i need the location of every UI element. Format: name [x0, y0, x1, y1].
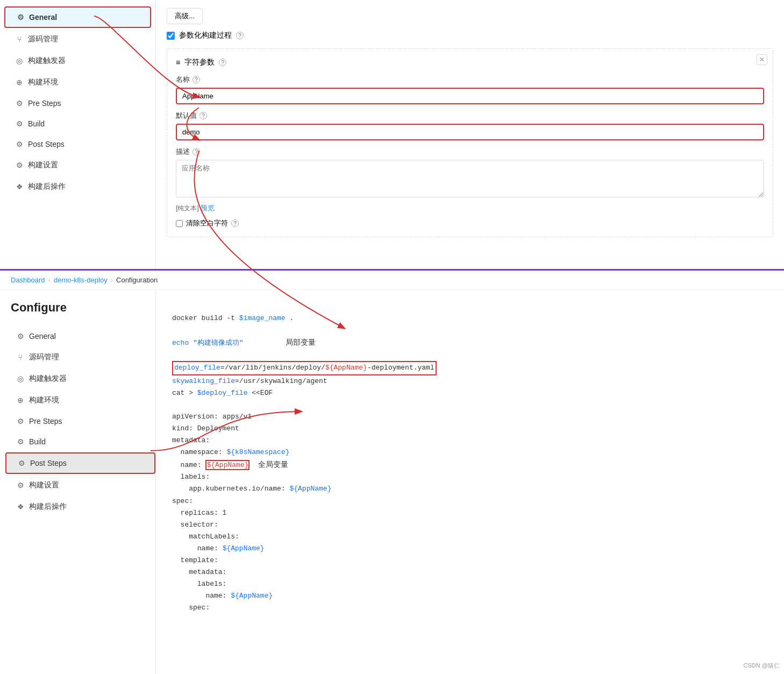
sidebar-item-build-top[interactable]: ⚙ Build [4, 114, 151, 133]
sidebar-item-poststeps-top[interactable]: ⚙ Post Steps [4, 134, 151, 154]
sidebar-item-source-top[interactable]: ⑂ 源码管理 [4, 29, 151, 49]
breadcrumb-dashboard[interactable]: Dashboard [11, 276, 45, 284]
sidebar-item-label: Pre Steps [29, 417, 62, 425]
top-sidebar: ⚙ General ⑂ 源码管理 ◎ 构建触发器 ⊕ 构建环境 ⚙ Pre St… [0, 0, 156, 269]
param-help-icon[interactable]: ? [236, 32, 244, 39]
gear-icon-pre: ⚙ [16, 417, 25, 425]
param-card-close[interactable]: × [757, 54, 767, 65]
gear-icon: ⚙ [16, 13, 25, 22]
default-input[interactable] [176, 124, 764, 140]
sidebar-item-label: 构建设置 [28, 160, 58, 170]
global-var-annotation: 全局变量 [258, 460, 288, 469]
bottom-content: docker build -t $image_name . echo "构建镜像… [156, 290, 784, 674]
clear-help-icon[interactable]: ? [231, 219, 239, 227]
preview-row: [纯文本] 预览 [176, 203, 764, 213]
param-build-checkbox[interactable] [167, 32, 175, 40]
breadcrumb-bar: Dashboard › demo-k8s-deploy › Configurat… [0, 271, 784, 290]
env-icon: ⊕ [15, 78, 24, 87]
sidebar-item-label: 构建设置 [29, 480, 59, 490]
gear-icon-settings: ⚙ [15, 161, 24, 169]
sidebar-item-label: General [29, 13, 57, 22]
deploy-file-line: deploy_file=/var/lib/jenkins/deploy/${Ap… [172, 361, 437, 375]
gear-icon-post: ⚙ [15, 140, 24, 148]
sidebar-item-env-top[interactable]: ⊕ 构建环境 [4, 72, 151, 93]
bottom-panel: Dashboard › demo-k8s-deploy › Configurat… [0, 269, 784, 674]
sidebar-item-label: Build [29, 437, 46, 446]
trigger-icon: ◎ [15, 56, 24, 65]
default-help-icon[interactable]: ? [199, 112, 207, 119]
bottom-nav-settings[interactable]: ⚙ 构建设置 [5, 475, 155, 495]
diamond-icon: ❖ [16, 502, 25, 511]
gear-icon: ⚙ [16, 332, 25, 340]
name-help-icon[interactable]: ? [193, 76, 200, 83]
top-panel: ⚙ General ⑂ 源码管理 ◎ 构建触发器 ⊕ 构建环境 ⚙ Pre St… [0, 0, 784, 269]
bottom-nav-poststeps[interactable]: ⚙ Post Steps [5, 452, 155, 474]
csdn-badge: CSDN @猿仁 [744, 662, 780, 670]
gear-icon-build: ⚙ [16, 437, 25, 446]
clear-whitespace-row: 清除空白字符 ? [176, 218, 764, 228]
sidebar-item-label: 源码管理 [28, 34, 58, 44]
sidebar-item-postbuild-top[interactable]: ❖ 构建后操作 [4, 176, 151, 197]
gear-icon-settings: ⚙ [16, 481, 25, 489]
desc-help-icon[interactable]: ? [193, 148, 200, 155]
sidebar-item-general-top[interactable]: ⚙ General [4, 6, 151, 28]
desc-field-label: 描述 ? [176, 147, 764, 157]
preview-link[interactable]: 预览 [201, 204, 215, 212]
sidebar-item-label: 源码管理 [29, 352, 59, 362]
clear-whitespace-checkbox[interactable] [176, 220, 183, 227]
advanced-button[interactable]: 高级... [167, 8, 203, 24]
desc-textarea[interactable] [176, 160, 764, 197]
gear-icon-pre: ⚙ [15, 99, 24, 108]
top-content: 高级... 参数化构建过程 ? × ≡ 字符参数 ? 名称 ? [156, 0, 784, 269]
source-icon: ⑂ [15, 35, 24, 44]
sidebar-item-label: 构建后操作 [29, 502, 67, 512]
sidebar-item-label: Post Steps [28, 140, 65, 148]
local-var-annotation: 局部变量 [286, 338, 316, 346]
sidebar-item-label: 构建后操作 [28, 182, 66, 191]
menu-icon: ≡ [176, 58, 180, 67]
sidebar-item-label: 构建环境 [28, 77, 58, 87]
param-type-label: 字符参数 [184, 58, 215, 67]
diamond-icon: ❖ [15, 182, 24, 191]
configure-title: Configure [5, 295, 155, 325]
screen-wrapper: ⚙ General ⑂ 源码管理 ◎ 构建触发器 ⊕ 构建环境 ⚙ Pre St… [0, 0, 784, 674]
breadcrumb-current: Configuration [116, 276, 158, 284]
bottom-nav-presteps[interactable]: ⚙ Pre Steps [5, 412, 155, 431]
bottom-nav-general[interactable]: ⚙ General [5, 327, 155, 346]
sidebar-item-settings-top[interactable]: ⚙ 构建设置 [4, 155, 151, 175]
param-build-label: 参数化构建过程 [179, 31, 232, 40]
default-field-label: 默认值 ? [176, 111, 764, 120]
sidebar-item-presteps-top[interactable]: ⚙ Pre Steps [4, 94, 151, 113]
param-build-row: 参数化构建过程 ? [167, 31, 773, 40]
sidebar-item-label: Build [28, 119, 45, 128]
sidebar-item-label: Post Steps [30, 459, 67, 467]
param-card-header: ≡ 字符参数 ? [176, 58, 764, 67]
env-icon: ⊕ [16, 396, 25, 405]
trigger-icon: ◎ [16, 374, 25, 383]
bottom-sidebar: Configure ⚙ General ⑂ 源码管理 ◎ 构建触发器 ⊕ 构建环… [0, 290, 156, 674]
sidebar-item-label: 构建触发器 [28, 56, 66, 66]
source-icon: ⑂ [16, 353, 25, 361]
gear-icon-build: ⚙ [15, 119, 24, 128]
bottom-body: Configure ⚙ General ⑂ 源码管理 ◎ 构建触发器 ⊕ 构建环… [0, 290, 784, 674]
bottom-nav-env[interactable]: ⊕ 构建环境 [5, 390, 155, 410]
sidebar-item-trigger-top[interactable]: ◎ 构建触发器 [4, 51, 151, 71]
name-field-label: 名称 ? [176, 75, 764, 84]
sidebar-item-label: Pre Steps [28, 99, 61, 108]
sidebar-item-label: General [29, 332, 56, 340]
breadcrumb-project[interactable]: demo-k8s-deploy [54, 276, 108, 284]
app-name-line: ${AppName} [205, 460, 250, 470]
param-type-help[interactable]: ? [219, 59, 226, 66]
sidebar-item-label: 构建环境 [29, 395, 59, 405]
code-block: docker build -t $image_name . echo "构建镜像… [156, 290, 784, 637]
name-input[interactable] [176, 88, 764, 104]
bottom-nav-trigger[interactable]: ◎ 构建触发器 [5, 368, 155, 389]
gear-icon-post: ⚙ [17, 459, 26, 467]
sidebar-item-label: 构建触发器 [29, 374, 67, 384]
bottom-nav-source[interactable]: ⑂ 源码管理 [5, 347, 155, 367]
bottom-nav-postbuild[interactable]: ❖ 构建后操作 [5, 496, 155, 517]
param-card: × ≡ 字符参数 ? 名称 ? 默认值 ? 描述 ? [167, 48, 773, 237]
bottom-nav-build[interactable]: ⚙ Build [5, 432, 155, 451]
